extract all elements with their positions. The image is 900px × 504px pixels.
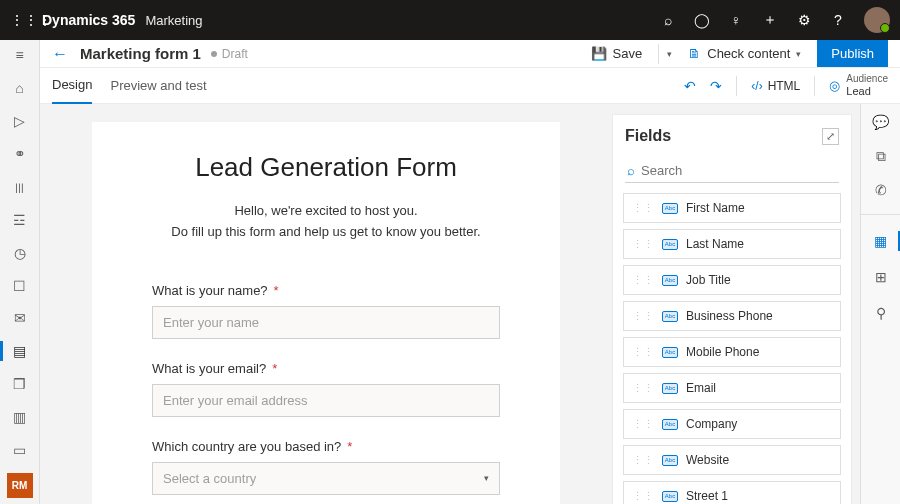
menu-icon[interactable]: ≡ [10,46,30,65]
save-button[interactable]: 💾Save [583,41,651,66]
grip-icon: ⋮⋮ [632,457,654,463]
textfield-icon: Abc [662,203,678,214]
textfield-icon: Abc [662,275,678,286]
app-launcher-icon[interactable]: ⋮⋮⋮ [10,13,34,27]
audience-selector[interactable]: Audience Lead [846,73,888,98]
grip-icon: ⋮⋮ [632,313,654,319]
site-nav: ≡ ⌂ ▷ ⚭ ⫼ ☲ ◷ ☐ ✉ ▤ ❒ ▥ ▭ RM [0,40,40,504]
play-icon[interactable]: ▷ [10,112,30,131]
grip-icon: ⋮⋮ [632,277,654,283]
separator [814,76,815,96]
chart-icon[interactable]: ⫼ [10,178,30,197]
search-input[interactable] [641,163,837,178]
task-icon[interactable]: ◯ [694,12,710,28]
settings-icon[interactable]: ⚲ [871,303,891,323]
module-name: Marketing [145,13,202,28]
filter-icon[interactable]: ☲ [10,210,30,229]
field-list: ⋮⋮AbcFirst Name ⋮⋮AbcLast Name ⋮⋮AbcJob … [613,193,851,504]
chat-icon[interactable]: 💬 [871,112,891,132]
grip-icon: ⋮⋮ [632,493,654,499]
country-select[interactable]: Select a country▾ [152,462,500,495]
record-status: Draft [211,47,248,61]
textfield-icon: Abc [662,239,678,250]
brand-name: Dynamics 365 [42,12,135,28]
save-icon: 💾 [591,46,607,61]
tab-preview[interactable]: Preview and test [110,68,206,104]
mail-icon[interactable]: ✉ [10,309,30,328]
textfield-icon: Abc [662,419,678,430]
user-avatar[interactable] [864,7,890,33]
textfield-icon: Abc [662,383,678,394]
textfield-icon: Abc [662,455,678,466]
grip-icon: ⋮⋮ [632,421,654,427]
grip-icon: ⋮⋮ [632,385,654,391]
phone-icon[interactable]: ✆ [871,180,891,200]
lightbulb-icon[interactable]: ♀ [728,12,744,28]
check-content-button[interactable]: 🗎Check content▾ [680,41,809,66]
field-label-email: What is your email?* [152,361,500,376]
field-item-lastname[interactable]: ⋮⋮AbcLast Name [623,229,841,259]
page-icon[interactable]: ▭ [10,441,30,460]
check-icon: 🗎 [688,46,701,61]
right-rail: 💬 ⧉ ✆ ▦ ⊞ ⚲ [860,104,900,504]
library-icon[interactable]: ▥ [10,408,30,427]
field-item-company[interactable]: ⋮⋮AbcCompany [623,409,841,439]
email-input[interactable]: Enter your email address [152,384,500,417]
field-item-mobilephone[interactable]: ⋮⋮AbcMobile Phone [623,337,841,367]
field-item-website[interactable]: ⋮⋮AbcWebsite [623,445,841,475]
publish-button[interactable]: Publish [817,40,888,67]
form-title: Lead Generation Form [152,152,500,183]
link-icon[interactable]: ⧉ [871,146,891,166]
grip-icon: ⋮⋮ [632,205,654,211]
check-chevron-icon: ▾ [796,49,801,59]
name-input[interactable]: Enter your name [152,306,500,339]
separator [658,44,659,64]
fields-panel: Fields ⤢ ⌕ ⋮⋮AbcFirst Name ⋮⋮AbcLast Nam… [612,114,852,504]
grip-icon: ⋮⋮ [632,241,654,247]
html-toggle[interactable]: ‹/›HTML [751,79,800,93]
form-description: Hello, we're excited to host you. Do fil… [152,201,500,243]
form-preview[interactable]: Lead Generation Form Hello, we're excite… [92,122,560,504]
command-bar: ← Marketing form 1 Draft 💾Save ▾ 🗎Check … [40,40,900,68]
code-icon: ‹/› [751,79,762,93]
panel-title: Fields [625,127,671,145]
form-canvas: Lead Generation Form Hello, we're excite… [40,104,612,504]
field-item-email[interactable]: ⋮⋮AbcEmail [623,373,841,403]
chevron-down-icon: ▾ [484,473,489,483]
textfield-icon: Abc [662,347,678,358]
field-item-firstname[interactable]: ⋮⋮AbcFirst Name [623,193,841,223]
back-icon[interactable]: ← [52,45,68,63]
add-section-icon[interactable]: ⊞ [871,267,891,287]
target-icon: ◎ [829,78,840,93]
people-icon[interactable]: ⚭ [10,145,30,164]
grip-icon: ⋮⋮ [632,349,654,355]
record-title: Marketing form 1 [80,45,201,62]
field-item-street1[interactable]: ⋮⋮AbcStreet 1 [623,481,841,504]
global-topbar: ⋮⋮⋮ Dynamics 365 Marketing ⌕ ◯ ♀ ＋ ⚙ ? [0,0,900,40]
help-icon[interactable]: ? [830,12,846,28]
expand-icon[interactable]: ⤢ [822,128,839,145]
home-icon[interactable]: ⌂ [10,79,30,98]
field-item-jobtitle[interactable]: ⋮⋮AbcJob Title [623,265,841,295]
cube-icon[interactable]: ❒ [10,375,30,394]
elements-icon[interactable]: ▦ [871,231,891,251]
field-label-name: What is your name?* [152,283,500,298]
search-icon: ⌕ [627,163,635,178]
inbox-icon[interactable]: ☐ [10,276,30,295]
field-search[interactable]: ⌕ [625,159,839,183]
form-icon[interactable]: ▤ [10,342,30,361]
field-item-bizphone[interactable]: ⋮⋮AbcBusiness Phone [623,301,841,331]
tab-design[interactable]: Design [52,68,92,104]
textfield-icon: Abc [662,311,678,322]
separator [736,76,737,96]
gear-icon[interactable]: ⚙ [796,12,812,28]
tab-bar: Design Preview and test ↶ ↷ ‹/›HTML ◎ Au… [40,68,900,104]
add-icon[interactable]: ＋ [762,12,778,28]
persona-badge[interactable]: RM [7,473,33,498]
search-icon[interactable]: ⌕ [660,12,676,28]
textfield-icon: Abc [662,491,678,502]
undo-icon[interactable]: ↶ [684,78,696,94]
save-chevron-icon[interactable]: ▾ [667,49,672,59]
redo-icon[interactable]: ↷ [710,78,722,94]
globe-icon[interactable]: ◷ [10,243,30,262]
